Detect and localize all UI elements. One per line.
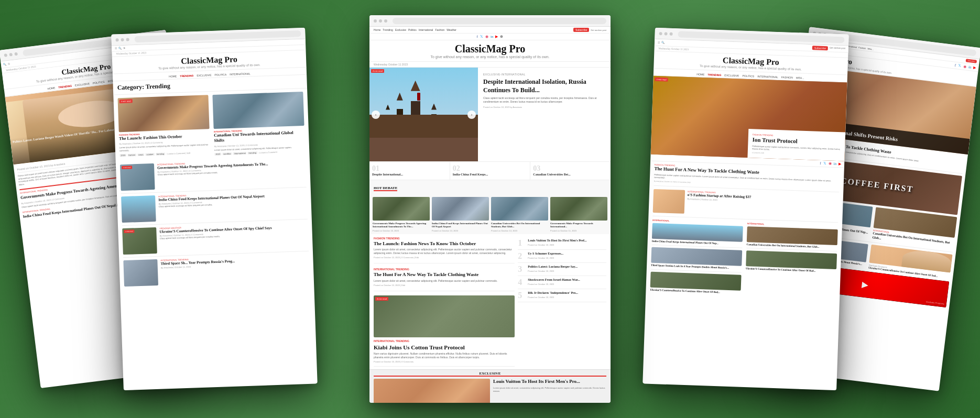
nav-home-1[interactable]: Home [47,86,56,90]
thumb-1: Governments Make Progress Towards Agreei… [373,197,430,232]
num-title-1: Despite International... [372,173,447,177]
next-arrow[interactable]: › [467,111,476,119]
icon-search-2: 🔍 [118,47,122,50]
side-num-1: 1 [518,239,525,247]
nav-r1-home[interactable]: Home [696,73,704,76]
exclusive-label: Exclusive [374,371,606,377]
thumb-2: India-China Feud Keeps International Pla… [432,197,489,232]
dot-2 [9,52,13,56]
num-title-3: Canadian Universities Bet... [533,173,608,177]
dot-8 [379,19,382,23]
c-nav-politics[interactable]: Politics [408,28,417,31]
side-title-1: Louis Vuitton To Host Its First Men's Pr… [528,239,586,243]
fr-nav-weather[interactable]: Wea... [867,47,874,50]
nav-r1-politics[interactable]: Politics [743,74,755,78]
side-date-1: Posted on October 10, 2023 [528,244,586,246]
icon-gear-1: ⚙ [8,62,10,65]
nav-r1-trending[interactable]: Trending [707,73,721,76]
r1-hero-text: Fashion Trending Ion Trust Protocol Pell… [748,129,846,161]
lv-text: Louis Vuitton To Host Its First Men's Pr… [493,379,606,403]
side-date-3: Posted on October 10, 2023 [528,270,578,272]
center-top-bar: Home Trending Exclusive Politics Interna… [369,27,611,34]
nav-excl-2[interactable]: Exclusive [197,73,212,77]
side-title-3: Politics Latest: Luciana Berger Say... [528,265,578,269]
latest-r1[interactable]: Get random post [830,46,845,51]
side-title-2: Uy S Schumer Expresses... [528,252,563,256]
dot-3 [15,52,18,56]
c-nav-exclusive[interactable]: Exclusive [395,28,406,31]
c-nav-trending[interactable]: Trending [383,28,393,31]
thumb-date-4: Posted on October 11, 2023 [550,229,607,232]
badge-2: 4 min read [122,166,132,170]
side-title-4: Shockwaves From Israel-Hamas War... [528,278,580,282]
side-item-5: 5 Rfk Jr Declares 'Independence' Pro... … [518,289,606,302]
c-nav-home[interactable]: Home [374,28,380,31]
card-right-1: ☰ 🔍 Subscribe Get random post Wednesday … [643,28,849,390]
lv-excerpt: Lorem ipsum dolor sit amet, consectetur … [493,387,606,392]
side-item-2: 2 Uy S Schumer Expresses... Posted on Oc… [518,250,606,263]
c-nav-intl[interactable]: International [419,28,433,31]
center-subscribe[interactable]: Subscribe [573,28,589,32]
center-content-grid: Fashion Trending The Launch: Fashion New… [369,234,611,370]
nav-r1-weather[interactable]: Wea... [796,76,804,80]
center-social-bar: f 𝕏 ◉ in ▶ ⊕ [369,34,611,40]
center-hunt-cat: International Trending [374,268,515,271]
thumb-date-2: Posted on October 13, 2023 [432,229,489,232]
nav-r1-excl[interactable]: Exclusive [725,73,739,77]
num-2: 02 [453,164,528,173]
dot-r2 [665,32,668,35]
thumb-4: Governments Make Progress Towards Intern… [550,197,607,232]
kremlin-scene [369,68,478,161]
browser-bar-center [369,15,611,27]
list-text-1: International Trending Governments Make … [157,160,269,190]
side-num-5: 5 [518,291,525,300]
fr-subscribe[interactable]: Subscribe [965,59,977,63]
r1-la-3-img [650,272,742,291]
num-article-3: 03 Canadian Universities Bet... [530,162,611,180]
center-left-col: Fashion Trending The Launch: Fashion New… [374,237,515,367]
r1-left-articles: India-China Feud Keeps International Pla… [650,223,743,295]
nav-r1-intl[interactable]: International [757,75,778,79]
nav-exclusive-1[interactable]: Exclusive [75,82,90,86]
dot-5 [121,38,124,41]
c-nav-fashion[interactable]: Fashion [435,28,444,31]
c-nav-weather[interactable]: Weather [447,28,456,31]
center-latest[interactable]: Get random post [591,29,606,31]
fr-play-btn[interactable]: ▶ [861,279,868,290]
center-top-right: Subscribe Get random post [573,28,606,32]
hero-badge-center: 4 min read [371,69,384,73]
num-article-2: 02 India-China Feud Keeps... [450,162,531,180]
nav-r1-fashion[interactable]: Fashion [781,75,793,79]
r1-ra-2-img [746,250,837,269]
r1-right-articles: Canadian Universities Bet On Internation… [746,226,838,274]
nav-politics-2[interactable]: Politica [215,73,227,76]
nav-intl-2[interactable]: International [230,72,251,75]
lv-title: Louis Vuitton To Host Its First Men's Pr… [493,379,606,385]
hero-split-title: Despite International Isolation, Russia … [483,78,605,94]
nav-politics-1[interactable]: Politics [93,80,105,85]
icon-magnify-1: 🔍 [3,63,7,67]
center-fashion-article: Fashion Trending The Launch: Fashion New… [374,237,515,264]
dot-7 [374,19,377,23]
side-num-3: 3 [518,265,525,273]
subscribe-r1[interactable]: Subscribe [812,46,828,50]
prev-arrow[interactable]: ‹ [372,111,380,119]
thumb-title-1: Governments Make Progress Towards Agreei… [373,222,430,229]
center-date: Wednesday October 11 2023 [369,62,611,68]
fr-nav-fashion[interactable]: Fashion [858,46,866,50]
center-fashion-meta: Posted on October 13, 2023 | 0 Comments … [374,256,515,259]
kiabi-badge: 4 min read [375,297,388,301]
lv-img [374,379,490,403]
nav-trending-2[interactable]: Trending [180,74,194,78]
icon-facebook: f [477,35,478,39]
badge-read-1: 4 min read [119,99,133,103]
nav-trending-1[interactable]: Trending [58,84,72,89]
icon-youtube: ▶ [495,35,498,39]
r1-li: in [834,162,837,166]
side-date-2: Posted on October 10, 2023 [528,257,563,259]
r1-startup: International Trending o'S Fashion Start… [653,189,840,223]
nav-home-2[interactable]: Home [169,74,177,78]
num-3: 03 [533,164,608,173]
kiabi-cat: International Trending [374,339,515,343]
hero-split: 4 min read ‹ › Exclusive-International D… [369,68,611,162]
